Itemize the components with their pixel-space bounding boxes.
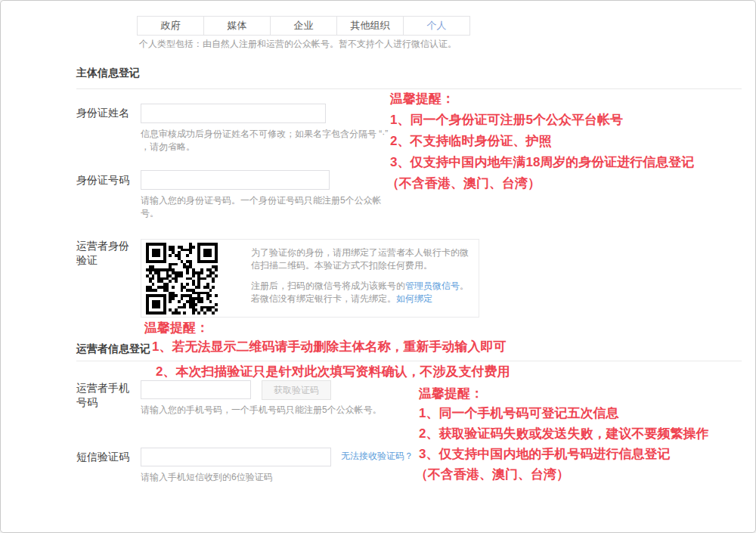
id-tips-line: 2、不支持临时身份证、护照 — [390, 132, 551, 150]
wechat-mp-registration-page: 政府 媒体 企业 其他组织 个人 个人类型包括：由自然人注册和运营的公众帐号。暂… — [0, 0, 756, 533]
qr-tips-line: 1、若无法显示二维码请手动删除主体名称，重新手动输入即可 — [152, 338, 506, 355]
qr-tips-title: 温馨提醒： — [144, 319, 209, 336]
phone-tips-line: 1、同一个手机号码可登记五次信息 — [419, 404, 618, 422]
qr-instruction-line: 注册后，扫码的微信号将成为该账号的管理员微信号。 若微信没有绑定银行卡，请先绑定… — [251, 280, 475, 305]
id-number-help: 请输入您的身份证号码。一个身份证号码只能注册5个公众帐号。 — [141, 194, 398, 220]
tab-government[interactable]: 政府 — [138, 17, 204, 35]
qr-tips-line: 2、本次扫描验证只是针对此次填写资料确认，不涉及支付费用 — [156, 363, 510, 380]
phone-tips-line: （不含香港、澳门、台湾） — [415, 466, 569, 483]
section-title-subject-info: 主体信息登记 — [76, 67, 140, 80]
personal-type-note: 个人类型包括：由自然人注册和运营的公众帐号。暂不支持个人进行微信认证。 — [139, 38, 457, 51]
qr-code-image — [146, 243, 218, 315]
tab-enterprise[interactable]: 企业 — [271, 17, 337, 35]
phone-help: 请输入您的手机号码，一个手机号码只能注册5个公众帐号。 — [141, 404, 390, 417]
id-number-label: 身份证号码 — [76, 173, 129, 187]
account-type-tabs: 政府 媒体 企业 其他组织 个人 — [137, 16, 470, 36]
divider-operator — [76, 361, 742, 361]
how-to-bind-link[interactable]: 如何绑定 — [396, 293, 432, 304]
qr-instruction-line: 为了验证你的身份，请用绑定了运营者本人银行卡的微信扫描二维码。本验证方式不扣除任… — [251, 246, 475, 272]
qr-instructions: 为了验证你的身份，请用绑定了运营者本人银行卡的微信扫描二维码。本验证方式不扣除任… — [251, 246, 475, 313]
tab-media[interactable]: 媒体 — [204, 17, 271, 35]
operator-identity-panel: 为了验证你的身份，请用绑定了运营者本人银行卡的微信扫描二维码。本验证方式不扣除任… — [141, 239, 479, 318]
id-tips-line: 3、仅支持中国内地年满18周岁的身份证进行信息登记 — [390, 153, 694, 171]
divider-subject — [76, 88, 742, 89]
id-number-input[interactable] — [141, 170, 330, 190]
id-name-label: 身份证姓名 — [76, 106, 129, 120]
admin-wechat-link[interactable]: 管理员微信号 — [405, 280, 460, 291]
tab-other-organization[interactable]: 其他组织 — [337, 17, 404, 35]
id-tips-line: 1、同一个身份证可注册5个公众平台帐号 — [390, 111, 623, 129]
id-tips-title: 温馨提醒： — [390, 90, 454, 107]
phone-tips-line: 3、仅支持中国内地的手机号码进行信息登记 — [419, 445, 670, 463]
operator-identity-label: 运营者身份验证 — [76, 239, 137, 268]
id-tips-line: （不含香港、澳门、台湾） — [386, 175, 541, 192]
tab-personal[interactable]: 个人 — [404, 17, 469, 35]
cannot-receive-code-link[interactable]: 无法接收验证码？ — [341, 450, 414, 463]
phone-tips-line: 2、获取验证码失败或发送失败，建议不要频繁操作 — [419, 425, 708, 442]
phone-label: 运营者手机号码 — [76, 381, 135, 410]
phone-input[interactable] — [141, 380, 251, 399]
sms-code-label: 短信验证码 — [76, 450, 129, 464]
id-name-help: 信息审核成功后身份证姓名不可修改；如果名字包含分隔号 “·” ，请勿省略。 — [141, 128, 394, 153]
sms-code-input[interactable] — [141, 448, 331, 466]
id-name-input[interactable] — [141, 104, 326, 123]
section-title-operator-info: 运营者信息登记 — [76, 342, 150, 356]
get-verification-code-button[interactable]: 获取验证码 — [262, 380, 331, 400]
phone-tips-title: 温馨提醒： — [419, 385, 483, 402]
sms-code-help: 请输入手机短信收到的6位验证码 — [141, 471, 398, 484]
